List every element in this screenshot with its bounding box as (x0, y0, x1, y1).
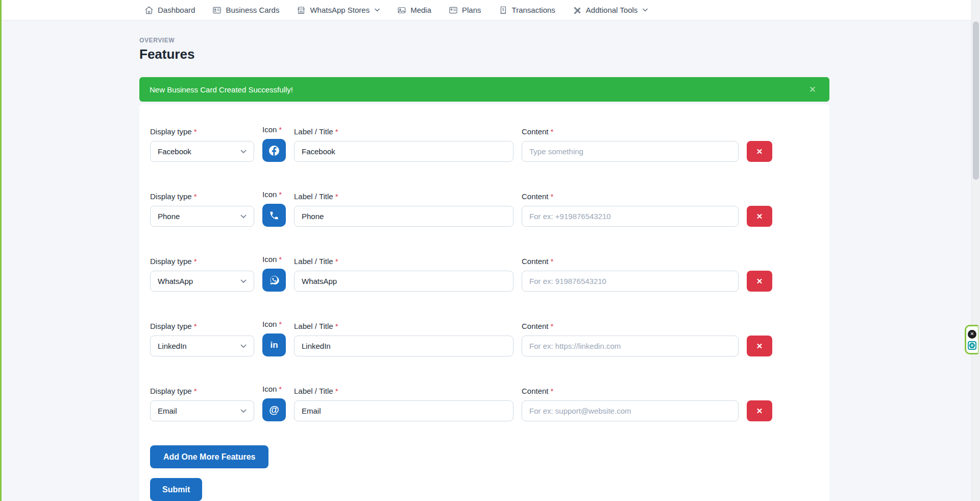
display-type-label: Display type* (150, 322, 254, 330)
nav-label: Addtional Tools (586, 6, 638, 14)
nav-item-business-cards[interactable]: Business Cards (212, 6, 279, 15)
scrollbar-thumb[interactable] (973, 21, 979, 180)
feature-row-linkedin: Display type* LinkedIn Icon* in Label / … (150, 320, 829, 356)
label-title-input[interactable] (294, 271, 513, 292)
scrollbar[interactable] (971, 0, 980, 501)
nav-item-plans[interactable]: Plans (449, 6, 481, 15)
chevron-down-icon (240, 279, 247, 283)
content-input[interactable] (522, 206, 739, 227)
icon-label: Icon* (262, 385, 286, 393)
content-input[interactable] (522, 336, 739, 356)
id-card-icon (449, 6, 458, 15)
feature-row-whatsapp: Display type* WhatsApp Icon* Label / Tit… (150, 255, 829, 292)
submit-button[interactable]: Submit (150, 478, 202, 501)
label-title-label: Label / Title* (294, 257, 513, 266)
icon-label: Icon* (262, 320, 286, 328)
display-type-label: Display type* (150, 192, 254, 201)
main-content: OVERVIEW Features New Business Card Crea… (139, 20, 829, 501)
nav-label: Media (410, 6, 431, 14)
feature-row-email: Display type* Email Icon* @ Label / Titl… (150, 385, 829, 421)
label-title-input[interactable] (294, 336, 513, 356)
nav-label: Plans (462, 6, 481, 14)
label-title-input[interactable] (294, 206, 513, 227)
phone-icon[interactable] (262, 204, 286, 227)
svg-text:$: $ (502, 8, 504, 11)
display-type-label: Display type* (150, 387, 254, 395)
tools-icon (573, 6, 582, 15)
chevron-down-icon (240, 409, 247, 413)
icon-label: Icon* (262, 190, 286, 199)
display-type-select[interactable]: Phone (150, 206, 254, 227)
extension-close-icon[interactable]: ✕ (968, 330, 976, 339)
chevron-down-icon (375, 8, 380, 12)
nav-label: Business Cards (226, 6, 279, 14)
label-title-label: Label / Title* (294, 192, 513, 201)
success-alert: New Business Card Created Successfully! … (139, 77, 829, 102)
nav-item-dashboard[interactable]: Dashboard (144, 6, 195, 15)
success-alert-message: New Business Card Created Successfully! (150, 85, 293, 94)
nav-item-transactions[interactable]: $ Transactions (499, 6, 555, 15)
label-title-input[interactable] (294, 141, 513, 162)
nav-item-additional-tools[interactable]: Addtional Tools (573, 6, 648, 15)
nav-label: Dashboard (158, 6, 195, 14)
features-form-card: Display type* Facebook Icon* Label / Tit… (139, 104, 829, 501)
display-type-label: Display type* (150, 127, 254, 136)
nav-label: WhatsApp Stores (310, 6, 370, 14)
receipt-icon: $ (499, 6, 508, 15)
nav-item-whatsapp-stores[interactable]: WhatsApp Stores (297, 6, 380, 15)
icon-label: Icon* (262, 125, 286, 134)
content-label: Content* (522, 387, 739, 395)
icon-label: Icon* (262, 255, 286, 264)
screen-capture-border (0, 0, 2, 501)
chevron-down-icon (240, 214, 247, 219)
alert-close-icon[interactable]: ✕ (806, 83, 819, 96)
breadcrumb-eyebrow: OVERVIEW (139, 37, 829, 44)
nav-label: Transactions (512, 6, 555, 14)
whatsapp-icon[interactable] (262, 269, 286, 292)
display-type-select[interactable]: WhatsApp (150, 271, 254, 292)
linkedin-icon[interactable]: in (262, 333, 286, 356)
content-label: Content* (522, 127, 739, 136)
nav-item-media[interactable]: Media (397, 6, 431, 15)
display-type-select[interactable]: Email (150, 400, 254, 421)
feature-row-facebook: Display type* Facebook Icon* Label / Tit… (150, 125, 829, 162)
display-type-label: Display type* (150, 257, 254, 266)
id-card-icon (212, 6, 222, 15)
content-input[interactable] (522, 141, 739, 162)
content-input[interactable] (522, 400, 739, 421)
content-label: Content* (522, 322, 739, 330)
label-title-label: Label / Title* (294, 322, 513, 330)
label-title-label: Label / Title* (294, 387, 513, 395)
top-navbar: Dashboard Business Cards WhatsApp Stores… (0, 0, 980, 20)
remove-feature-button[interactable]: ✕ (747, 206, 772, 227)
home-icon (144, 6, 154, 15)
display-type-select[interactable]: LinkedIn (150, 336, 254, 356)
chevron-down-icon (643, 8, 648, 12)
add-one-more-features-button[interactable]: Add One More Features (150, 445, 268, 468)
content-input[interactable] (522, 271, 739, 292)
content-label: Content* (522, 192, 739, 201)
label-title-label: Label / Title* (294, 127, 513, 136)
content-label: Content* (522, 257, 739, 266)
chevron-down-icon (240, 344, 247, 348)
page-title: Features (139, 46, 829, 62)
remove-feature-button[interactable]: ✕ (747, 141, 772, 162)
email-at-icon[interactable]: @ (262, 398, 286, 421)
remove-feature-button[interactable]: ✕ (747, 336, 772, 356)
label-title-input[interactable] (294, 400, 513, 421)
feature-row-phone: Display type* Phone Icon* Label / Title*… (150, 190, 829, 227)
browser-extension-widget: ✕ e (965, 325, 978, 354)
remove-feature-button[interactable]: ✕ (747, 271, 772, 292)
display-type-select[interactable]: Facebook (150, 141, 254, 162)
storefront-icon (297, 6, 306, 15)
facebook-icon[interactable] (262, 139, 286, 162)
image-icon (397, 6, 406, 15)
remove-feature-button[interactable]: ✕ (747, 400, 772, 421)
chevron-down-icon (240, 150, 247, 154)
eset-extension-icon[interactable]: e (968, 341, 976, 350)
